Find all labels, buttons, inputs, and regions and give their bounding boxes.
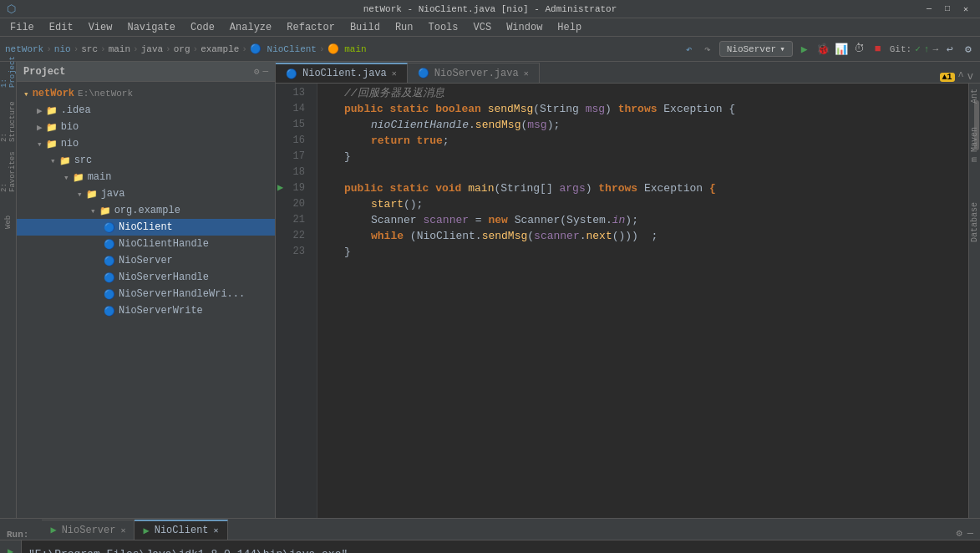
run-config-selector[interactable]: NioServer ▾ <box>719 41 793 57</box>
tree-nioserverhandlewri[interactable]: 🔵 NioServerHandleWri... <box>17 286 275 302</box>
panel-header-icons: ⚙ — <box>254 66 268 77</box>
breadcrumb-org[interactable]: org <box>174 44 190 54</box>
database-tab[interactable]: Database <box>968 199 980 246</box>
type-string: String <box>540 101 586 117</box>
method-sendmsg-22: sendMsg <box>482 228 528 244</box>
title-bar-controls: — □ ✕ <box>922 3 973 15</box>
menu-item-window[interactable]: Window <box>500 20 549 35</box>
app-icon: ⬡ <box>7 3 16 16</box>
sidebar-project-icon[interactable]: 1: Project <box>2 65 15 79</box>
bracket-19: [] <box>540 180 559 196</box>
tree-root[interactable]: ▾ netWork E:\netWork <box>17 85 275 102</box>
settings-run-icon[interactable]: ⚙ <box>957 527 962 540</box>
run-config-label: NioServer <box>727 44 776 54</box>
tab-nioclient-run[interactable]: ▶ NioClient ✕ <box>135 520 227 540</box>
breadcrumb-nio[interactable]: nio <box>54 44 71 54</box>
tree-bio[interactable]: ▶ 📁 bio <box>17 119 275 135</box>
menu-item-tools[interactable]: Tools <box>422 20 465 35</box>
paren-2: ( <box>520 117 527 133</box>
panel-minimize-icon[interactable]: — <box>262 66 268 77</box>
sidebar-web-icon[interactable]: Web <box>2 216 15 229</box>
run-button[interactable]: ▶ <box>798 43 811 56</box>
minimize-button[interactable]: — <box>922 3 937 15</box>
bottom-panel-tabs: Run: ▶ NioServer ✕ ▶ NioClient ✕ ⚙ — <box>0 519 980 540</box>
output-line-1: "E:\Program Files\Java\jdk1.8.0_144\bin\… <box>28 545 973 553</box>
var-in: in <box>612 212 626 228</box>
tree-src[interactable]: ▾ 📁 src <box>17 152 275 169</box>
menu-item-view[interactable]: View <box>82 20 119 35</box>
paren-22: ( <box>410 228 417 244</box>
tab-nioclient-run-close[interactable]: ✕ <box>214 525 219 535</box>
breadcrumb-nioclient[interactable]: 🔵 NioClient <box>250 43 317 54</box>
tree-nioclient[interactable]: 🔵 NioClient <box>17 219 275 236</box>
collapse-icon[interactable]: v <box>967 71 973 83</box>
run-label-container: Run: <box>0 530 42 540</box>
sidebar-favorites-icon[interactable]: 2: Favorites <box>2 165 15 179</box>
var-args: args <box>559 180 585 196</box>
kw-public-19: public <box>344 180 390 196</box>
menu-item-help[interactable]: Help <box>551 20 588 35</box>
bottom-panel: Run: ▶ NioServer ✕ ▶ NioClient ✕ ⚙ — ▶ ■… <box>0 518 980 553</box>
menu-item-vcs[interactable]: VCS <box>467 20 499 35</box>
breadcrumb-java[interactable]: java <box>141 44 163 54</box>
tree-idea[interactable]: ▶ 📁 .idea <box>17 102 275 119</box>
menu-item-code[interactable]: Code <box>184 20 221 35</box>
tree-nioclienthandle[interactable]: 🔵 NioClientHandle <box>17 236 275 252</box>
debug-button[interactable]: 🐞 <box>816 43 830 56</box>
menu-item-refactor[interactable]: Refactor <box>280 20 342 35</box>
run-start-icon[interactable]: ▶ <box>3 544 18 553</box>
tab-nioserver-run-close[interactable]: ✕ <box>120 525 125 535</box>
menu-item-run[interactable]: Run <box>388 20 420 35</box>
back-icon[interactable]: ↶ <box>683 43 696 56</box>
brace-close-23: } <box>344 244 351 260</box>
tree-nio[interactable]: ▾ 📁 nio <box>17 135 275 152</box>
menu-item-analyze[interactable]: Analyze <box>223 20 278 35</box>
tab-nioserver-close[interactable]: ✕ <box>524 68 529 79</box>
tab-nioserver-run[interactable]: ▶ NioServer ✕ <box>42 520 135 540</box>
tab-nioclient[interactable]: 🔵 NioClient.java ✕ <box>276 63 408 83</box>
sidebar-structure-icon[interactable]: 2: Structure <box>2 115 15 129</box>
tree-nioserverwrite[interactable]: 🔵 NioServerWrite <box>17 302 275 319</box>
breadcrumb-example[interactable]: example <box>201 44 239 54</box>
tab-nioserver[interactable]: 🔵 NioServer.java ✕ <box>408 63 540 83</box>
menu-item-edit[interactable]: Edit <box>43 20 80 35</box>
breadcrumb-main[interactable]: main <box>109 44 130 54</box>
line-16: 16 <box>276 133 310 149</box>
maven-tab[interactable]: m Maven <box>968 124 980 165</box>
git-check-icon[interactable]: ✓ <box>915 43 921 54</box>
git-arrow-up[interactable]: ↑ <box>924 44 930 54</box>
line-14: 14 <box>276 101 310 117</box>
breadcrumb-src[interactable]: src <box>81 44 98 54</box>
breadcrumb-netWork[interactable]: netWork <box>5 44 43 54</box>
forward-icon[interactable]: ↷ <box>701 43 714 56</box>
profile-button[interactable]: ⏱ <box>853 43 866 56</box>
tree-nioserver[interactable]: 🔵 NioServer <box>17 252 275 269</box>
tree-orgexample[interactable]: ▾ 📁 org.example <box>17 202 275 219</box>
editor-area[interactable]: 13 14 15 16 17 18 ▶ 19 20 21 22 23 <box>276 84 980 518</box>
undo-button[interactable]: ↩ <box>943 43 957 56</box>
coverage-button[interactable]: 📊 <box>835 43 848 56</box>
project-panel-header: Project ⚙ — <box>17 62 275 82</box>
tab-nioclient-close[interactable]: ✕ <box>392 68 397 79</box>
tree-src-label: src <box>74 155 93 166</box>
tree-main[interactable]: ▾ 📁 main <box>17 169 275 185</box>
minimize-run-icon[interactable]: — <box>967 528 973 540</box>
panel-options-icon[interactable]: ⚙ <box>254 66 260 77</box>
expand-icon[interactable]: ^ <box>958 71 964 83</box>
close-button[interactable]: ✕ <box>958 3 973 15</box>
run-sidebar-icons: ▶ ■ 📷 ≡ ↓ ⊞ 🗑 <box>0 540 22 553</box>
ant-tab[interactable]: Ant <box>968 85 980 107</box>
stop-button[interactable]: ■ <box>871 43 885 56</box>
menu-item-build[interactable]: Build <box>343 20 387 35</box>
menu-item-navigate[interactable]: Navigate <box>120 20 182 35</box>
tree-java[interactable]: ▾ 📁 java <box>17 185 275 202</box>
comment-text: //回服务器及返消息 <box>344 85 444 101</box>
menu-item-file[interactable]: File <box>3 20 41 35</box>
maximize-button[interactable]: □ <box>940 3 955 15</box>
tree-nioserverhandle[interactable]: 🔵 NioServerHandle <box>17 269 275 286</box>
git-arrow-right[interactable]: → <box>932 44 938 54</box>
breadcrumb-main-method[interactable]: 🟠 main <box>328 43 367 54</box>
settings-icon[interactable]: ⚙ <box>962 43 975 56</box>
toolbar-right: ↶ ↷ NioServer ▾ ▶ 🐞 📊 ⏱ ■ Git: ✓ ↑ → ↩ ⚙ <box>683 41 975 57</box>
code-line-18 <box>324 165 968 180</box>
